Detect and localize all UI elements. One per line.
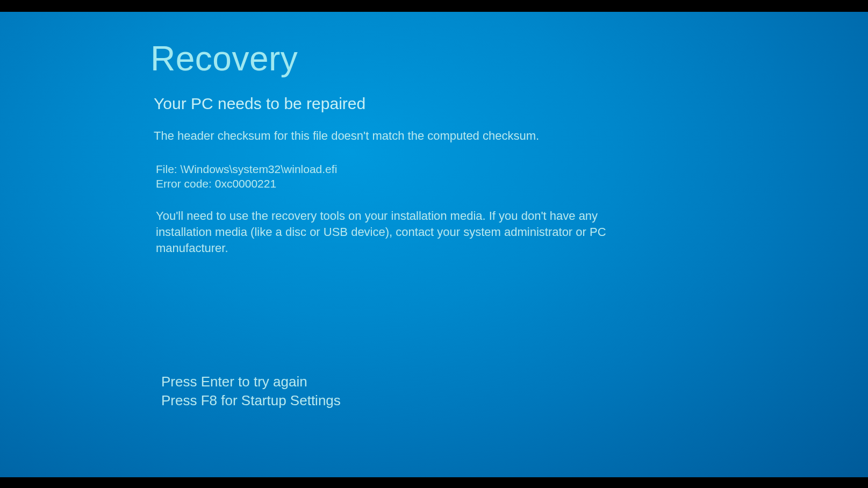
press-enter-prompt: Press Enter to try again [161, 372, 341, 391]
recovery-subtitle: Your PC needs to be repaired [154, 95, 718, 113]
letterbox-top [0, 0, 868, 12]
key-prompts: Press Enter to try again Press F8 for St… [161, 372, 341, 410]
recovery-screen: Recovery Your PC needs to be repaired Th… [0, 12, 868, 477]
file-path-line: File: \Windows\system32\winload.efi [156, 162, 718, 176]
recovery-instructions: You'll need to use the recovery tools on… [156, 208, 634, 256]
press-f8-prompt: Press F8 for Startup Settings [161, 391, 341, 410]
error-code-line: Error code: 0xc0000221 [156, 176, 718, 191]
letterbox-bottom [0, 477, 868, 488]
recovery-title: Recovery [150, 39, 718, 78]
error-description: The header checksum for this file doesn'… [154, 128, 718, 145]
